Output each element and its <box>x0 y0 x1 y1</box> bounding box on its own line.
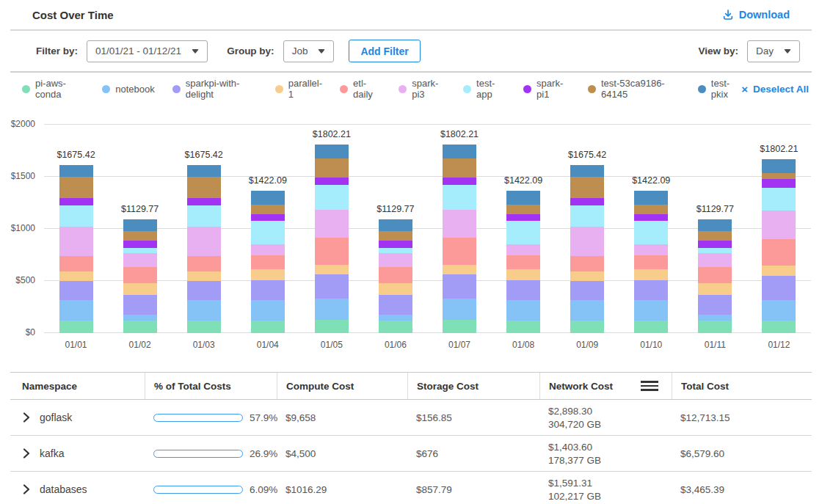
bar-segment-test-app[interactable] <box>762 188 796 211</box>
bar-segment-test-app[interactable] <box>187 205 221 227</box>
bar-segment-parallel-1[interactable] <box>315 265 349 274</box>
legend-item-etl-daily[interactable]: etl-daily <box>340 78 381 100</box>
column-header-total[interactable]: Total Cost <box>672 373 812 399</box>
bar-segment-test-app[interactable] <box>698 248 732 253</box>
bar-segment-spark-pi3[interactable] <box>123 253 157 267</box>
bar-segment-test-pkix[interactable] <box>634 191 668 205</box>
bar-segment-test-pkix[interactable] <box>315 145 349 158</box>
bar-segment-test-53ca9186-64145[interactable] <box>698 231 732 241</box>
bar-segment-test-53ca9186-64145[interactable] <box>123 231 157 241</box>
bar-segment-spark-pi3[interactable] <box>506 244 540 255</box>
bar-segment-test-app[interactable] <box>506 221 540 245</box>
view-by-dropdown[interactable]: Day <box>747 40 800 62</box>
bar-segment-pi-aws-conda[interactable] <box>315 320 349 333</box>
bar-segment-test-app[interactable] <box>379 248 412 253</box>
add-filter-button[interactable]: Add Filter <box>349 40 420 62</box>
bar-segment-parallel-1[interactable] <box>187 271 221 281</box>
bar-stack-01/05[interactable]: $1802.21 <box>315 145 349 333</box>
bar-segment-notebook[interactable] <box>379 315 412 321</box>
bar-stack-01/11[interactable]: $1129.77 <box>698 219 732 333</box>
bar-segment-spark-pi1[interactable] <box>762 179 796 188</box>
bar-segment-test-app[interactable] <box>443 185 476 209</box>
bar-segment-notebook[interactable] <box>443 299 476 319</box>
bar-segment-spark-pi1[interactable] <box>59 198 93 205</box>
bar-segment-test-pkix[interactable] <box>59 165 93 177</box>
bar-segment-test-53ca9186-64145[interactable] <box>315 158 349 178</box>
bar-segment-test-pkix[interactable] <box>379 219 412 231</box>
bar-segment-etl-daily[interactable] <box>762 239 796 266</box>
chevron-right-icon[interactable] <box>22 484 31 494</box>
bar-segment-test-53ca9186-64145[interactable] <box>187 177 221 198</box>
table-row-goflask[interactable]: goflask 57.9% $9,658 $156.85 $2,898.30 3… <box>10 400 812 436</box>
bar-segment-test-pkix[interactable] <box>443 145 476 158</box>
bar-segment-sparkpi-with-delight[interactable] <box>443 274 476 299</box>
bar-segment-parallel-1[interactable] <box>570 271 604 281</box>
bar-segment-test-app[interactable] <box>315 185 349 209</box>
column-header-pct-total[interactable]: % of Total Costs <box>145 373 277 399</box>
column-header-namespace[interactable]: Namespace <box>10 373 145 399</box>
bar-segment-etl-daily[interactable] <box>59 256 93 271</box>
bar-segment-spark-pi1[interactable] <box>506 214 540 221</box>
bar-segment-pi-aws-conda[interactable] <box>762 321 796 333</box>
bar-segment-test-53ca9186-64145[interactable] <box>251 205 285 214</box>
bar-segment-spark-pi3[interactable] <box>443 210 476 238</box>
bar-segment-spark-pi1[interactable] <box>251 214 285 221</box>
bar-segment-sparkpi-with-delight[interactable] <box>315 274 349 299</box>
bar-segment-spark-pi3[interactable] <box>634 244 668 255</box>
bar-stack-01/02[interactable]: $1129.77 <box>123 219 157 333</box>
table-row-databases[interactable]: databases 6.09% $1016.29 $857.79 $1,591.… <box>10 472 812 504</box>
bar-segment-spark-pi3[interactable] <box>315 210 349 238</box>
bar-stack-01/04[interactable]: $1422.09 <box>251 191 285 333</box>
download-button[interactable]: Download <box>722 9 790 21</box>
bar-segment-test-pkix[interactable] <box>123 219 157 231</box>
bar-segment-spark-pi1[interactable] <box>570 198 604 205</box>
bar-segment-test-pkix[interactable] <box>698 219 732 231</box>
column-header-network[interactable]: Network Cost <box>539 373 672 399</box>
bar-segment-spark-pi3[interactable] <box>59 227 93 256</box>
group-by-dropdown[interactable]: Job <box>283 40 335 62</box>
legend-item-notebook[interactable]: notebook <box>102 84 155 95</box>
bar-segment-test-53ca9186-64145[interactable] <box>443 158 476 178</box>
bar-segment-sparkpi-with-delight[interactable] <box>698 295 732 315</box>
bar-segment-test-app[interactable] <box>123 248 157 253</box>
bar-segment-parallel-1[interactable] <box>123 283 157 296</box>
bar-segment-sparkpi-with-delight[interactable] <box>59 281 93 300</box>
bar-segment-notebook[interactable] <box>187 300 221 320</box>
bar-segment-notebook[interactable] <box>762 300 796 321</box>
bar-segment-spark-pi1[interactable] <box>187 198 221 205</box>
bar-segment-notebook[interactable] <box>698 315 732 321</box>
bar-segment-etl-daily[interactable] <box>506 255 540 269</box>
column-header-storage[interactable]: Storage Cost <box>407 373 539 399</box>
bar-segment-etl-daily[interactable] <box>315 238 349 265</box>
bar-segment-test-pkix[interactable] <box>187 165 221 177</box>
bar-segment-test-app[interactable] <box>570 205 604 227</box>
bar-segment-notebook[interactable] <box>251 300 285 320</box>
bar-segment-pi-aws-conda[interactable] <box>506 321 540 333</box>
legend-item-pi-aws-conda[interactable]: pi-aws-conda <box>22 78 84 100</box>
bar-segment-test-pkix[interactable] <box>570 165 604 177</box>
bar-segment-parallel-1[interactable] <box>59 271 93 281</box>
bar-segment-etl-daily[interactable] <box>634 255 668 269</box>
bar-segment-spark-pi3[interactable] <box>251 244 285 255</box>
deselect-all-button[interactable]: × Deselect All <box>741 84 809 95</box>
bar-segment-pi-aws-conda[interactable] <box>443 320 476 333</box>
bar-segment-pi-aws-conda[interactable] <box>251 321 285 333</box>
bar-segment-pi-aws-conda[interactable] <box>123 321 157 333</box>
bar-segment-sparkpi-with-delight[interactable] <box>506 280 540 301</box>
bar-segment-etl-daily[interactable] <box>570 256 604 271</box>
bar-segment-parallel-1[interactable] <box>506 269 540 280</box>
namespace-cell[interactable]: kafka <box>10 436 145 471</box>
bar-segment-spark-pi1[interactable] <box>315 178 349 185</box>
bar-segment-notebook[interactable] <box>123 315 157 321</box>
legend-item-parallel-1[interactable]: parallel-1 <box>275 78 322 100</box>
bar-stack-01/07[interactable]: $1802.21 <box>443 145 476 333</box>
bar-segment-spark-pi3[interactable] <box>379 253 412 267</box>
bar-segment-spark-pi1[interactable] <box>443 178 476 185</box>
legend-item-sparkpi-with-delight[interactable]: sparkpi-with-delight <box>172 78 258 100</box>
bar-segment-test-app[interactable] <box>634 221 668 245</box>
bar-segment-sparkpi-with-delight[interactable] <box>123 295 157 315</box>
bar-segment-notebook[interactable] <box>634 300 668 320</box>
bar-segment-pi-aws-conda[interactable] <box>698 321 732 333</box>
bar-segment-pi-aws-conda[interactable] <box>570 321 604 333</box>
bar-segment-test-53ca9186-64145[interactable] <box>379 231 412 241</box>
